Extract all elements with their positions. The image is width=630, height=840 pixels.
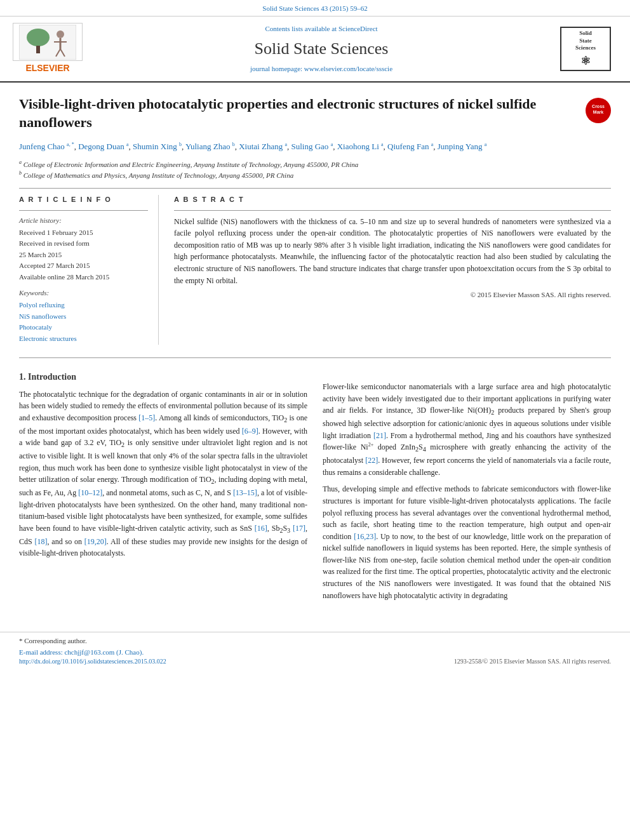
keyword-3: Photocataly	[19, 323, 148, 332]
author-2: Degong Duan a	[78, 142, 128, 151]
doi-link[interactable]: http://dx.doi.org/10.1016/j.solidstatesc…	[19, 657, 166, 666]
body-left: 1. Introduction The photocatalytic techn…	[19, 364, 307, 606]
abstract-text: Nickel sulfide (NiS) nanoflowers with th…	[174, 216, 611, 287]
elsevier-emblem	[13, 23, 83, 61]
journal-logo-box: SolidStateSciences ⚛	[560, 27, 611, 71]
article-info-label: A R T I C L E I N F O	[19, 195, 148, 204]
email-address[interactable]: chchjjf@163.com	[64, 648, 114, 656]
svg-rect-2	[36, 46, 40, 53]
footnote-corresponding: * Corresponding author.	[19, 636, 611, 646]
author-7: Xiaohong Li a	[337, 142, 384, 151]
svg-point-3	[57, 30, 64, 38]
history-item-3: 25 March 2015	[19, 250, 148, 260]
main-content: Visible-light-driven photocatalytic prop…	[0, 83, 630, 619]
page-footer: * Corresponding author. E-mail address: …	[0, 632, 630, 670]
divider-1	[19, 188, 611, 189]
body-right: Flower-like semiconductor nanomaterials …	[323, 364, 611, 606]
svg-point-1	[27, 29, 50, 46]
keyword-2: NiS nanoflowers	[19, 312, 148, 321]
article-title-section: Visible-light-driven photocatalytic prop…	[19, 95, 611, 131]
copyright: © 2015 Elsevier Masson SAS. All rights r…	[174, 290, 611, 300]
ref-13-15[interactable]: [13–15]	[233, 488, 257, 497]
ref-22[interactable]: [22]	[365, 456, 378, 465]
history-item-2: Received in revised form	[19, 239, 148, 248]
history-item-5: Available online 28 March 2015	[19, 272, 148, 282]
ref-6-9[interactable]: [6–9]	[242, 427, 258, 436]
author-9: Junping Yang a	[438, 142, 487, 151]
author-4: Yuliang Zhao b	[185, 142, 235, 151]
author-6: Suling Gao a	[292, 142, 333, 151]
author-3: Shumin Xing b	[133, 142, 182, 151]
ref-17[interactable]: [17]	[293, 524, 305, 533]
top-bar: Solid State Sciences 43 (2015) 59–62	[0, 0, 630, 17]
crossmark-badge[interactable]: Cross Mark	[586, 98, 611, 123]
crossmark-icon: Cross Mark	[586, 98, 611, 123]
intro-heading: 1. Introduction	[19, 371, 307, 383]
article-info-col: A R T I C L E I N F O Article history: R…	[19, 195, 159, 345]
info-divider	[19, 210, 148, 211]
journal-citation: Solid State Sciences 43 (2015) 59–62	[262, 4, 367, 12]
abstract-col: A B S T R A C T Nickel sulfide (NiS) nan…	[174, 195, 611, 345]
svg-text:Cross: Cross	[592, 104, 605, 109]
divider-2	[19, 357, 611, 358]
intro-left-para1: The photocatalytic technique for the deg…	[19, 389, 307, 560]
author-5: Xiutai Zhang a	[239, 142, 287, 151]
ref-16-23[interactable]: [16,23]	[354, 532, 376, 541]
homepage-link[interactable]: www.elsevier.com/locate/ssscie	[304, 65, 392, 72]
info-abstract-section: A R T I C L E I N F O Article history: R…	[19, 195, 611, 345]
article-title: Visible-light-driven photocatalytic prop…	[19, 95, 540, 131]
journal-header-center: Contents lists available at ScienceDirec…	[83, 24, 560, 74]
affiliations: a College of Electronic Information and …	[19, 159, 611, 180]
elsevier-logo-section: ELSEVIER	[13, 23, 83, 75]
authors: Junfeng Chao a, *, Degong Duan a, Shumin…	[19, 140, 611, 154]
affiliation-b: b College of Mathematics and Physics, An…	[19, 170, 611, 180]
author-8: Qiufeng Fan a	[387, 142, 433, 151]
body-content: 1. Introduction The photocatalytic techn…	[19, 364, 611, 606]
keyword-4: Electronic structures	[19, 334, 148, 343]
issn-text: 1293-2558/© 2015 Elsevier Masson SAS. Al…	[454, 657, 611, 666]
svg-text:Mark: Mark	[593, 110, 603, 114]
journal-header: ELSEVIER Contents lists available at Sci…	[0, 17, 630, 83]
ref-1-5[interactable]: [1–5]	[138, 413, 155, 422]
history-item-4: Accepted 27 March 2015	[19, 261, 148, 270]
abstract-divider	[174, 210, 611, 211]
elsevier-logo: ELSEVIER	[13, 23, 83, 75]
keyword-1: Polyol refluxing	[19, 300, 148, 310]
journal-homepage: journal homepage: www.elsevier.com/locat…	[83, 64, 560, 74]
email-suffix: (J. Chao).	[116, 648, 144, 656]
ref-10-12[interactable]: [10–12]	[78, 488, 102, 497]
history-item-1: Received 1 February 2015	[19, 228, 148, 237]
journal-logo: SolidStateSciences ⚛	[560, 27, 617, 71]
intro-right-para2: Thus, developing simple and effective me…	[323, 483, 611, 601]
sciencedirect-notice: Contents lists available at ScienceDirec…	[83, 24, 560, 34]
journal-title: Solid State Sciences	[83, 37, 560, 60]
affiliation-a: a College of Electronic Information and …	[19, 159, 611, 170]
footer-bottom: http://dx.doi.org/10.1016/j.solidstatesc…	[19, 657, 611, 666]
intro-right-para1: Flower-like semiconductor nanomaterials …	[323, 381, 611, 478]
abstract-label: A B S T R A C T	[174, 195, 611, 204]
history-label: Article history:	[19, 216, 148, 225]
email-label: E-mail address:	[19, 648, 63, 656]
keywords-label: Keywords:	[19, 288, 148, 298]
ref-16[interactable]: [16]	[255, 524, 267, 533]
author-1: Junfeng Chao a, *	[19, 142, 74, 151]
footnote-email: E-mail address: chchjjf@163.com (J. Chao…	[19, 648, 611, 657]
ref-18[interactable]: [18]	[35, 537, 48, 546]
ref-19-20[interactable]: [19,20]	[84, 537, 107, 546]
ref-21[interactable]: [21]	[373, 431, 386, 440]
elsevier-name: ELSEVIER	[25, 62, 69, 75]
sciencedirect-link-text[interactable]: ScienceDirect	[338, 25, 378, 32]
